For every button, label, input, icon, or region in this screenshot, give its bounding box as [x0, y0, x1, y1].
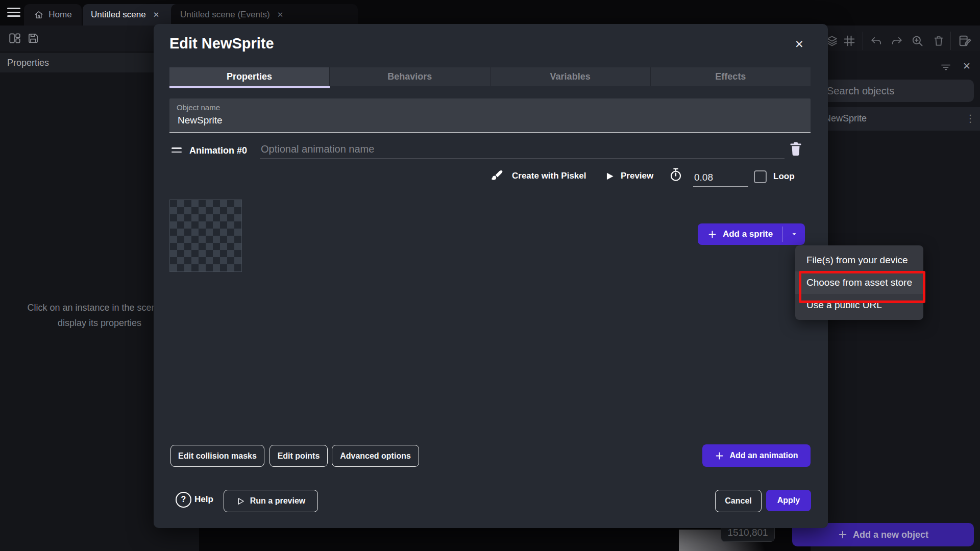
edit-scene-icon[interactable] [958, 34, 972, 48]
dialog-tabs: Properties Behaviors Variables Effects [169, 67, 811, 86]
edit-object-dialog: Edit NewSprite ✕ Properties Behaviors Va… [154, 24, 828, 528]
tab-home-label: Home [48, 10, 71, 20]
cancel-button[interactable]: Cancel [715, 490, 762, 512]
tab-properties[interactable]: Properties [169, 67, 329, 86]
caret-down-icon [791, 231, 798, 238]
tab-events-close-icon[interactable]: ✕ [277, 10, 284, 19]
help-label[interactable]: Help [194, 494, 213, 505]
add-sprite-label: Add a sprite [723, 229, 773, 239]
animation-name-input[interactable] [260, 139, 785, 159]
edit-points-button[interactable]: Edit points [270, 445, 328, 467]
toolbar-divider [863, 32, 863, 50]
panel-close-icon[interactable]: ✕ [963, 60, 971, 72]
run-preview-button[interactable]: Run a preview [224, 490, 318, 512]
tab-effects[interactable]: Effects [650, 67, 811, 86]
trash-icon[interactable] [932, 34, 945, 47]
object-list-item[interactable]: NewSprite ⋮ [811, 107, 980, 131]
tab-variables[interactable]: Variables [490, 67, 650, 86]
add-sprite-button[interactable]: Add a sprite [698, 223, 805, 245]
add-sprite-dropdown-button[interactable] [783, 223, 805, 245]
plus-icon [707, 230, 717, 239]
dialog-title: Edit NewSprite [169, 35, 274, 52]
panels-icon[interactable] [8, 32, 21, 45]
undo-icon[interactable] [870, 35, 883, 48]
object-name-field[interactable]: Object name [169, 98, 811, 133]
tab-scene-close-icon[interactable]: ✕ [153, 10, 160, 19]
tab-behaviors[interactable]: Behaviors [329, 67, 489, 86]
zoom-in-icon[interactable] [911, 34, 924, 48]
add-new-object-label: Add a new object [853, 530, 928, 540]
menu-item-files-from-device[interactable]: File(s) from your device [795, 249, 923, 271]
dialog-close-icon[interactable]: ✕ [795, 38, 804, 51]
properties-panel-title: Properties [7, 58, 49, 68]
add-animation-button[interactable]: Add an animation [702, 444, 811, 467]
home-icon [34, 10, 44, 20]
brush-icon [491, 169, 504, 182]
menu-item-choose-from-asset-store[interactable]: Choose from asset store [795, 271, 923, 294]
object-name-field-label: Object name [177, 103, 220, 112]
sprite-thumbnail-placeholder[interactable] [169, 199, 242, 272]
kebab-menu-icon[interactable]: ⋮ [965, 112, 975, 124]
edit-collision-masks-button[interactable]: Edit collision masks [170, 445, 264, 467]
redo-icon[interactable] [890, 35, 903, 48]
help-icon[interactable]: ? [176, 492, 191, 508]
animation-label: Animation #0 [189, 145, 247, 156]
filter-icon[interactable] [940, 63, 951, 71]
menu-item-use-public-url[interactable]: Use a public URL [795, 294, 923, 316]
grid-icon[interactable] [842, 34, 856, 48]
play-icon [605, 171, 615, 182]
project-manager-menu-icon[interactable] [7, 8, 21, 17]
search-objects-input[interactable] [819, 80, 974, 102]
plus-icon [838, 530, 848, 540]
object-name-input[interactable] [177, 114, 791, 127]
frame-time-input[interactable] [693, 169, 748, 187]
tab-untitled-scene-events[interactable]: Untitled scene (Events) ✕ [171, 4, 358, 26]
drag-handle[interactable] [172, 147, 182, 153]
tab-scene-label: Untitled scene [91, 10, 146, 20]
top-bar: Home Untitled scene ✕ Untitled scene (Ev… [0, 0, 980, 26]
advanced-options-button[interactable]: Advanced options [332, 445, 419, 467]
toolbar-divider [950, 32, 951, 50]
apply-button[interactable]: Apply [766, 490, 811, 511]
loop-label: Loop [773, 171, 795, 182]
tab-events-label: Untitled scene (Events) [180, 10, 270, 20]
create-with-piskel-button[interactable]: Create with Piskel [512, 171, 586, 181]
plus-icon [715, 451, 724, 461]
loop-checkbox[interactable] [754, 170, 767, 183]
add-sprite-menu: File(s) from your device Choose from ass… [795, 245, 923, 320]
delete-animation-icon[interactable] [789, 141, 803, 157]
preview-button[interactable]: Preview [621, 171, 653, 181]
tab-home[interactable]: Home [24, 4, 82, 26]
active-tab-underline [169, 86, 330, 88]
play-outline-icon [236, 497, 245, 506]
stopwatch-icon [669, 167, 683, 183]
save-icon[interactable] [27, 32, 40, 45]
object-name: NewSprite [824, 113, 867, 124]
gdevelop-editor: Properties Click on an instance in the s… [0, 0, 980, 551]
